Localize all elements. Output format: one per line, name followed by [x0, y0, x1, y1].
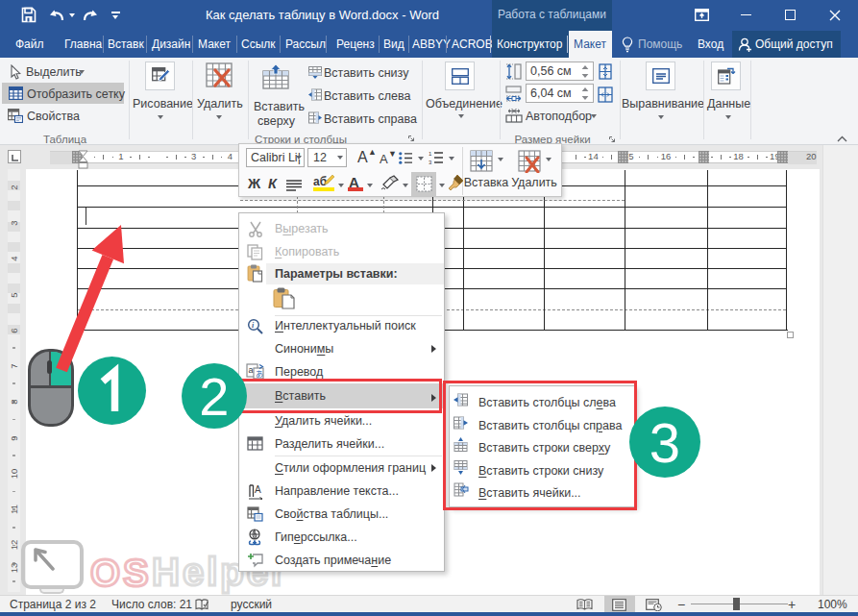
svg-text:あ: あ: [256, 370, 263, 379]
svg-text:i: i: [252, 321, 255, 330]
svg-text:a: a: [249, 365, 254, 375]
svg-text:3: 3: [429, 160, 432, 165]
svg-text:А: А: [255, 484, 261, 495]
svg-text:1: 1: [429, 151, 432, 157]
